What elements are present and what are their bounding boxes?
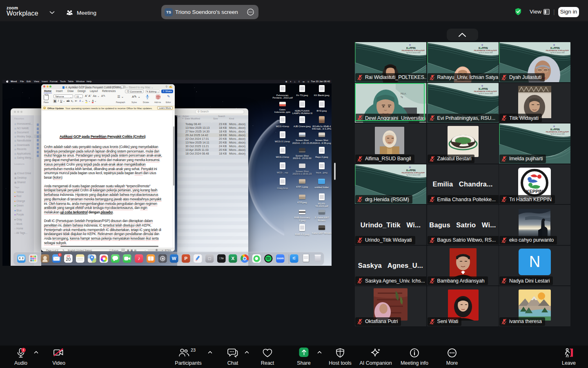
svg-text:K●PPIN: K●PPIN: [406, 168, 416, 171]
svg-text:KEPPIN: KEPPIN: [526, 189, 543, 194]
svg-text:PELATIHAN KSL.GCRP.digiTKPP: PELATIHAN KSL.GCRP.digiTKPP: [402, 172, 425, 174]
svg-text:Tgl 19-21 Januari 2026: Tgl 19-21 Januari 2026: [478, 93, 492, 94]
svg-text:23: 23: [191, 348, 196, 352]
svg-text:K●PPIN: K●PPIN: [479, 87, 488, 90]
svg-text:Tgl 19-21 Januari 2026: Tgl 19-21 Januari 2026: [550, 52, 565, 54]
svg-text:Tgl 19-21 Januari 2026: Tgl 19-21 Januari 2026: [478, 52, 492, 54]
svg-text:K●PPIN: K●PPIN: [479, 47, 488, 49]
svg-text:PELATIHAN KSL.GCRP.digiTKPP: PELATIHAN KSL.GCRP.digiTKPP: [546, 131, 569, 133]
svg-text:K●PPIN: K●PPIN: [550, 47, 560, 49]
svg-text:PELATIHAN KSL.GCRP.digiTKPP: PELATIHAN KSL.GCRP.digiTKPP: [474, 50, 497, 52]
svg-text:K●PPIN: K●PPIN: [550, 128, 560, 131]
svg-text:!: !: [23, 348, 24, 352]
svg-text:PELATIHAN KSL.GCRP.digiTKPP: PELATIHAN KSL.GCRP.digiTKPP: [474, 91, 497, 92]
svg-text:K●PPIN: K●PPIN: [406, 47, 416, 49]
svg-text:Tgl 19-21 Januari 2026: Tgl 19-21 Januari 2026: [406, 174, 421, 176]
svg-text:Tgl 19-21 Januari 2026: Tgl 19-21 Januari 2026: [406, 52, 421, 54]
svg-text:Tgl 19-21 Januari 2026: Tgl 19-21 Januari 2026: [550, 133, 565, 135]
svg-text:PELATIHAN KSL.GCRP.digiTKPP: PELATIHAN KSL.GCRP.digiTKPP: [546, 50, 569, 52]
svg-text:PELATIHAN KSL.GCRP.digiTKPP: PELATIHAN KSL.GCRP.digiTKPP: [402, 50, 425, 52]
